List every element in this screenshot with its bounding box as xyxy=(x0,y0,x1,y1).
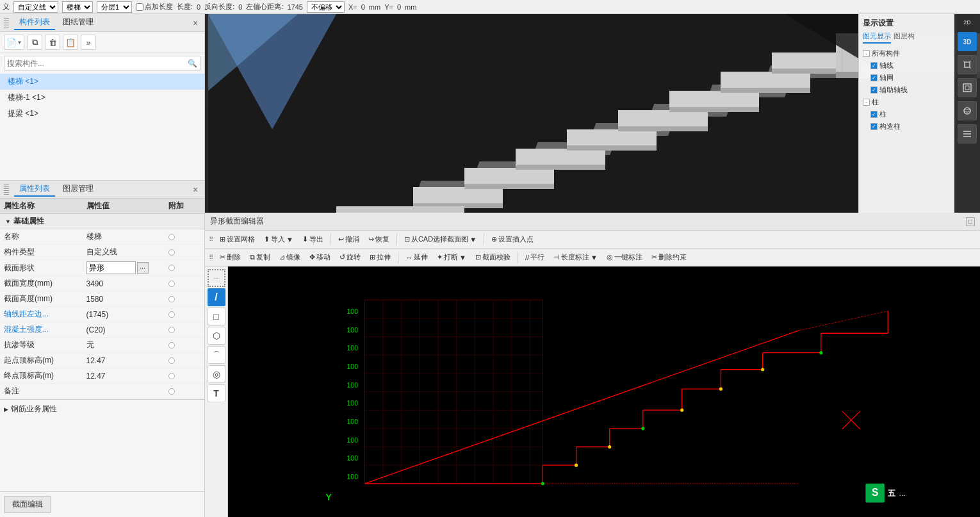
prop-concrete-label[interactable]: 混凝土强度... xyxy=(4,324,86,335)
search-input[interactable] xyxy=(7,59,188,68)
del-constraint-btn[interactable]: ✂ 删除约束 xyxy=(648,251,690,263)
prop-type-circle[interactable] xyxy=(168,249,175,256)
new-component-btn[interactable]: 📄 ▼ xyxy=(4,35,24,50)
set-grid-icon: ⊞ xyxy=(220,235,225,243)
tab-element-display[interactable]: 图元显示 xyxy=(863,31,891,44)
prop-width-circle[interactable] xyxy=(168,281,175,287)
steel-section-collapse[interactable]: ▶ 钢筋业务属性 xyxy=(4,402,200,416)
tab-component-list[interactable]: 构件列表 xyxy=(14,15,55,30)
axis-checkbox[interactable]: ✓ xyxy=(870,62,878,69)
redo-label: 恢复 xyxy=(375,234,389,244)
aux-axis-checkbox[interactable]: ✓ xyxy=(870,86,878,94)
grid-checkbox[interactable]: ✓ xyxy=(870,74,878,81)
section-shape-btn[interactable]: ··· xyxy=(137,262,149,274)
svg-rect-23 xyxy=(516,165,605,170)
more-btn[interactable]: » xyxy=(81,35,96,50)
point-extend-checkbox[interactable] xyxy=(136,3,143,11)
rect-tool-btn[interactable]: □ xyxy=(208,308,225,325)
svg-rect-22 xyxy=(567,145,657,151)
section-check-btn[interactable]: ⊡ 截面校验 xyxy=(471,251,514,263)
length-dim-btn[interactable]: ⊣ 长度标注 ▼ xyxy=(550,251,601,263)
extend-btn[interactable]: ↔ 延伸 xyxy=(402,251,432,263)
editor-canvas[interactable]: 100 100 100 100 100 100 100 100 100 100 xyxy=(205,267,980,517)
prop-start-elev-circle[interactable] xyxy=(168,357,175,364)
prop-remarks-circle[interactable] xyxy=(168,388,175,395)
move-btn[interactable]: ✥ 移动 xyxy=(306,251,334,263)
prop-concrete-circle[interactable] xyxy=(168,327,175,333)
display-tree-all: - 所有构件 xyxy=(863,47,951,60)
tab-property-list[interactable]: 属性列表 xyxy=(14,182,55,197)
sidebar-list-btn[interactable] xyxy=(958,124,977,144)
sidebar-2d-label: 2D xyxy=(963,19,971,26)
section-shape-input[interactable] xyxy=(86,261,136,274)
all-components-checkbox[interactable]: - xyxy=(863,50,870,57)
auto-dim-btn[interactable]: ◎ 一键标注 xyxy=(603,251,646,263)
set-grid-btn[interactable]: ⊞ 设置网格 xyxy=(216,233,259,245)
copy-shape-btn[interactable]: ⧉ 复制 xyxy=(246,251,274,263)
break-btn[interactable]: ✦ 打断 ▼ xyxy=(433,251,470,263)
prop-name-circle[interactable] xyxy=(168,234,175,240)
basic-section-header[interactable]: ▼ 基础属性 xyxy=(0,214,204,229)
element-type-select[interactable]: 楼梯 xyxy=(62,1,93,13)
tree-item-beam[interactable]: 提梁 <1> xyxy=(0,106,204,122)
tree-item-stair1[interactable]: 楼梯 <1> xyxy=(0,74,204,90)
aux-axis-label: 辅助轴线 xyxy=(879,85,908,95)
prop-axis-offset-label[interactable]: 轴线距左边... xyxy=(4,309,86,320)
tree-item-stair2[interactable]: 楼梯-1 <1> xyxy=(0,90,204,106)
viewport-3d[interactable]: 显示设置 图元显示 图层构 - 所有构件 ✓ 轴线 ✓ xyxy=(205,14,980,213)
prop-remarks-label: 备注 xyxy=(4,386,86,397)
copy-component-btn[interactable]: ⧉ xyxy=(27,35,42,50)
export-btn[interactable]: ⬇ 导出 xyxy=(298,233,327,245)
prop-section-shape-circle[interactable] xyxy=(168,265,175,271)
display-tree-col-section: - 柱 xyxy=(863,96,951,108)
tab-drawing-management[interactable]: 图纸管理 xyxy=(58,15,99,30)
import-btn[interactable]: ⬆ 导入 ▼ xyxy=(260,233,297,245)
move-label: 移动 xyxy=(316,252,331,262)
col-section-checkbox[interactable]: - xyxy=(863,99,870,106)
stretch-btn[interactable]: ⊞ 拉伸 xyxy=(366,251,395,263)
tab-layer-management[interactable]: 图层管理 xyxy=(58,182,99,197)
parallel-label: 平行 xyxy=(530,252,544,262)
svg-point-102 xyxy=(575,464,578,467)
sidebar-model-btn[interactable] xyxy=(958,101,977,120)
prop-row-height: 截面高度(mm) 1580 xyxy=(0,291,204,307)
property-panel-close[interactable]: × xyxy=(190,185,200,195)
struct-col-checkbox[interactable]: ✓ xyxy=(870,123,878,130)
sidebar-frame-btn[interactable] xyxy=(958,78,977,97)
undo-btn[interactable]: ↩ 撤消 xyxy=(334,233,363,245)
prop-permeability-circle[interactable] xyxy=(168,342,175,349)
length-label: 长度: xyxy=(177,2,193,12)
tab-layer-display[interactable]: 图层构 xyxy=(894,31,915,44)
sidebar-3d-btn[interactable]: 3D xyxy=(958,32,977,51)
editor-minimize-btn[interactable]: □ xyxy=(966,217,975,226)
component-panel-close[interactable]: × xyxy=(190,18,200,28)
sidebar-cube-btn[interactable] xyxy=(958,55,977,74)
section-edit-btn[interactable]: 截面编辑 xyxy=(4,496,51,513)
delete-component-btn[interactable]: 🗑 xyxy=(45,35,60,50)
mirror-btn[interactable]: ⊿ 镜像 xyxy=(275,251,304,263)
prop-end-elev-circle[interactable] xyxy=(168,373,175,379)
delete-btn[interactable]: ✂ 删除 xyxy=(216,251,245,263)
arc-tool-btn[interactable]: ⌒ xyxy=(208,346,225,364)
layer-select[interactable]: 分层1 xyxy=(97,1,132,13)
col-checkbox[interactable]: ✓ xyxy=(870,111,878,118)
paste-component-btn[interactable]: 📋 xyxy=(63,35,78,50)
from-cad-arrow: ▼ xyxy=(470,236,477,243)
prop-height-circle[interactable] xyxy=(168,296,175,302)
set-insert-btn[interactable]: ⊕ 设置插入点 xyxy=(487,233,537,245)
hex-tool-btn[interactable]: ⬡ xyxy=(208,327,225,345)
svg-rect-35 xyxy=(336,206,464,213)
dotted-tool-btn[interactable]: ··· xyxy=(208,269,225,287)
line-type-select[interactable]: 自定义线 xyxy=(13,1,58,13)
parallel-btn[interactable]: // 平行 xyxy=(521,251,548,263)
rotate-btn[interactable]: ↺ 旋转 xyxy=(336,251,364,263)
prop-axis-offset-circle[interactable] xyxy=(168,311,175,318)
text-tool-btn[interactable]: T xyxy=(208,384,225,402)
from-cad-btn[interactable]: ⊡ 从CAD选择截面图 ▼ xyxy=(400,233,480,245)
offset-type-select[interactable]: 不偏移 xyxy=(307,1,345,13)
line-tool-btn[interactable]: / xyxy=(208,288,225,306)
redo-btn[interactable]: ↪ 恢复 xyxy=(364,233,393,245)
prop-type-label: 构件类型 xyxy=(4,247,86,258)
svg-rect-14 xyxy=(567,129,657,145)
circle-tool-btn[interactable]: ◎ xyxy=(208,365,225,383)
